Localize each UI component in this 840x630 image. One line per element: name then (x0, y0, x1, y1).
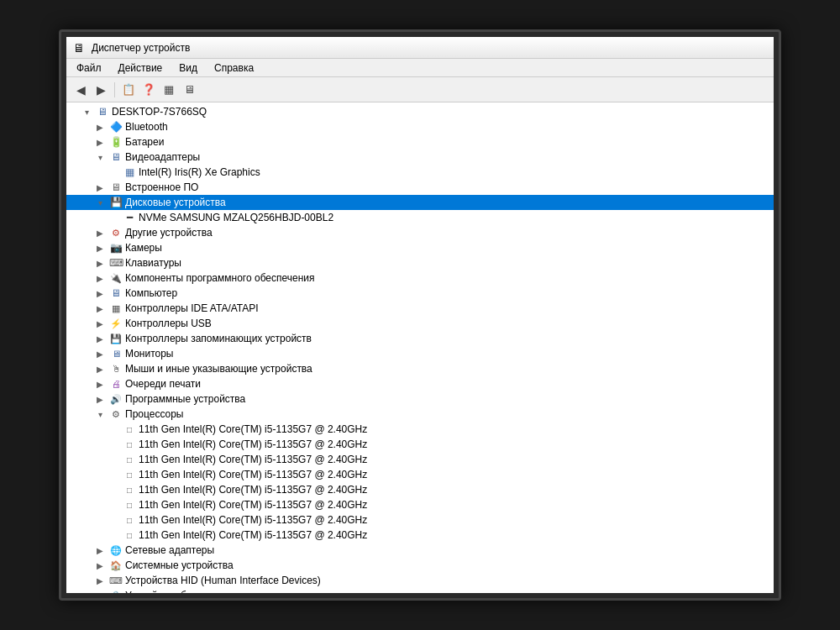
usb-icon: ⚡ (109, 317, 123, 330)
root-expander[interactable]: ▾ (80, 105, 93, 118)
display-expander[interactable]: ▾ (93, 150, 107, 164)
display-icon: 🖥 (109, 150, 123, 164)
nvme-samsung-item[interactable]: ▶ ━ NVMe SAMSUNG MZALQ256HBJD-00BL2 (66, 210, 774, 225)
usb-label: Контроллеры USB (125, 318, 212, 329)
hid-item[interactable]: ▶ ⌨ Устройства HID (Human Interface Devi… (66, 573, 774, 588)
firmware-expander[interactable]: ▶ (93, 181, 107, 194)
security-label: Устройства безопасности (125, 590, 244, 593)
software-components-item[interactable]: ▶ 🔌 Компоненты программного обеспечения (66, 270, 774, 286)
disk-expander[interactable]: ▾ (93, 196, 107, 209)
other-expander[interactable]: ▶ (93, 226, 107, 239)
other-icon: ⚙ (109, 226, 123, 239)
menu-view[interactable]: Вид (172, 60, 204, 76)
usb-item[interactable]: ▶ ⚡ Контроллеры USB (66, 316, 774, 331)
cpu-4[interactable]: ▶ □ 11th Gen Intel(R) Core(TM) i5-1135G7… (66, 482, 774, 497)
security-item[interactable]: ▶ 🔒 Устройства безопасности (66, 588, 774, 593)
cpu-7-icon: □ (123, 528, 136, 542)
network-label: Сетевые адаптеры (125, 544, 214, 556)
system-icon: 🏠 (109, 559, 123, 572)
battery-item[interactable]: ▶ 🔋 Батареи (66, 134, 774, 150)
cpu-2-label: 11th Gen Intel(R) Core(TM) i5-1135G7 @ 2… (139, 454, 367, 465)
ide-expander[interactable]: ▶ (93, 302, 107, 315)
network-expander[interactable]: ▶ (93, 543, 107, 557)
cpu-3-label: 11th Gen Intel(R) Core(TM) i5-1135G7 @ 2… (139, 469, 367, 480)
battery-icon: 🔋 (109, 135, 123, 149)
cpu-7[interactable]: ▶ □ 11th Gen Intel(R) Core(TM) i5-1135G7… (66, 528, 774, 543)
tree-root[interactable]: ▾ 🖥 DESKTOP-7S766SQ (66, 104, 774, 119)
intel-iris-label: Intel(R) Iris(R) Xe Graphics (139, 166, 260, 178)
network-item[interactable]: ▶ 🌐 Сетевые адаптеры (66, 543, 774, 558)
usb-expander[interactable]: ▶ (93, 317, 107, 330)
camera-item[interactable]: ▶ 📷 Камеры (66, 240, 774, 255)
monitor-frame: 🖥 Диспетчер устройств Файл Действие Вид … (59, 29, 781, 601)
battery-label: Батареи (125, 136, 164, 148)
help-button[interactable]: ❓ (139, 81, 158, 99)
menu-help[interactable]: Справка (207, 60, 260, 76)
monitor-item[interactable]: ▶ 🖥 Мониторы (66, 346, 774, 361)
system-label: Системные устройства (125, 559, 234, 571)
hid-expander[interactable]: ▶ (93, 574, 107, 587)
mouse-item[interactable]: ▶ 🖱 Мыши и иные указывающие устройства (66, 361, 774, 376)
cpu-3[interactable]: ▶ □ 11th Gen Intel(R) Core(TM) i5-1135G7… (66, 467, 774, 482)
software-label: Компоненты программного обеспечения (125, 272, 315, 284)
keyboard-expander[interactable]: ▶ (93, 256, 107, 270)
properties-button[interactable]: 📋 (119, 81, 138, 99)
keyboard-item[interactable]: ▶ ⌨ Клавиатуры (66, 255, 774, 270)
software-expander[interactable]: ▶ (93, 271, 107, 285)
bluetooth-icon: 🔷 (109, 120, 123, 134)
bluetooth-expander[interactable]: ▶ (93, 120, 107, 134)
computer-expander[interactable]: ▶ (93, 286, 107, 300)
ide-label: Контроллеры IDE ATA/ATAPI (125, 302, 259, 314)
cpu-0[interactable]: ▶ □ 11th Gen Intel(R) Core(TM) i5-1135G7… (66, 422, 774, 437)
camera-label: Камеры (125, 242, 162, 254)
cpu-1[interactable]: ▶ □ 11th Gen Intel(R) Core(TM) i5-1135G7… (66, 437, 774, 452)
print-expander[interactable]: ▶ (93, 377, 107, 391)
back-button[interactable]: ◀ (71, 81, 90, 99)
proc-expander[interactable]: ▾ (93, 407, 107, 421)
camera-expander[interactable]: ▶ (93, 241, 107, 255)
storage-expander[interactable]: ▶ (93, 332, 107, 345)
computer-label: Компьютер (125, 287, 177, 299)
disk-devices-item[interactable]: ▾ 💾 Дисковые устройства (66, 195, 774, 210)
computer-item[interactable]: ▶ 🖥 Компьютер (66, 286, 774, 301)
battery-expander[interactable]: ▶ (93, 135, 107, 149)
device-tree[interactable]: ▾ 🖥 DESKTOP-7S766SQ ▶ 🔷 Bluetooth ▶ 🔋 Ба… (66, 102, 774, 593)
security-expander[interactable]: ▶ (93, 589, 107, 593)
storage-ctrl-item[interactable]: ▶ 💾 Контроллеры запоминающих устройств (66, 331, 774, 346)
device-view-button[interactable]: 🖥 (180, 81, 198, 99)
other-devices-item[interactable]: ▶ ⚙ Другие устройства (66, 225, 774, 240)
prog-expander[interactable]: ▶ (93, 392, 107, 406)
device-manager-window: 🖥 Диспетчер устройств Файл Действие Вид … (66, 37, 774, 593)
cpu-0-label: 11th Gen Intel(R) Core(TM) i5-1135G7 @ 2… (139, 423, 367, 435)
system-devices-item[interactable]: ▶ 🏠 Системные устройства (66, 558, 774, 573)
print-queue-item[interactable]: ▶ 🖨 Очереди печати (66, 376, 774, 391)
cpu-3-icon: □ (123, 468, 136, 481)
storage-label: Контроллеры запоминающих устройств (125, 333, 312, 344)
security-icon: 🔒 (109, 589, 123, 593)
intel-iris-item[interactable]: ▶ ▦ Intel(R) Iris(R) Xe Graphics (66, 165, 774, 180)
cpu-5[interactable]: ▶ □ 11th Gen Intel(R) Core(TM) i5-1135G7… (66, 497, 774, 512)
menu-file[interactable]: Файл (70, 60, 108, 76)
keyboard-icon: ⌨ (109, 256, 123, 270)
firmware-label: Встроенное ПО (125, 181, 198, 193)
root-label: DESKTOP-7S766SQ (112, 106, 207, 118)
system-expander[interactable]: ▶ (93, 559, 107, 572)
display-adapter-item[interactable]: ▾ 🖥 Видеоадаптеры (66, 150, 774, 165)
bluetooth-item[interactable]: ▶ 🔷 Bluetooth (66, 119, 774, 134)
processors-item[interactable]: ▾ ⚙ Процессоры (66, 407, 774, 422)
menu-bar: Файл Действие Вид Справка (66, 59, 774, 77)
ide-item[interactable]: ▶ ▦ Контроллеры IDE ATA/ATAPI (66, 301, 774, 316)
hid-label: Устройства HID (Human Interface Devices) (125, 575, 321, 586)
monitor-expander[interactable]: ▶ (93, 347, 107, 360)
cpu-6[interactable]: ▶ □ 11th Gen Intel(R) Core(TM) i5-1135G7… (66, 512, 774, 528)
forward-button[interactable]: ▶ (92, 81, 110, 99)
scan-button[interactable]: ▦ (160, 81, 178, 99)
disk-label: Дисковые устройства (125, 197, 226, 208)
cpu-2[interactable]: ▶ □ 11th Gen Intel(R) Core(TM) i5-1135G7… (66, 452, 774, 467)
program-devices-item[interactable]: ▶ 🔊 Программные устройства (66, 391, 774, 407)
menu-action[interactable]: Действие (112, 60, 170, 76)
nvme-icon: ━ (123, 211, 136, 224)
mouse-expander[interactable]: ▶ (93, 362, 107, 375)
mouse-icon: 🖱 (109, 362, 123, 375)
firmware-item[interactable]: ▶ 🖥 Встроенное ПО (66, 180, 774, 195)
